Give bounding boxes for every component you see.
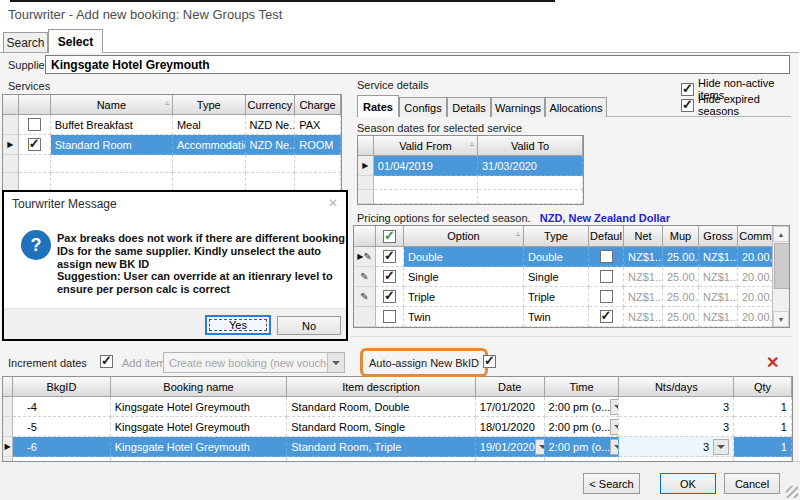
scrollbar-thumb[interactable]	[774, 243, 790, 289]
type-cell[interactable]: Triple	[524, 287, 589, 307]
item-description-cell[interactable]: Standard Room, Double	[287, 397, 476, 417]
valid-from-cell[interactable]: 01/04/2019	[374, 156, 478, 176]
bkgid-cell[interactable]: -5	[13, 417, 111, 437]
tab-select[interactable]: Select	[48, 29, 103, 53]
item-description-cell[interactable]: Standard Room, Triple	[287, 437, 476, 457]
table-row[interactable]: Buffet Breakfast Meal NZD Ne... PAX	[3, 115, 341, 135]
gross-header[interactable]: Gross	[699, 226, 738, 247]
table-row[interactable]: ✎ Triple Triple NZ$1... 25.00... NZ$1...…	[354, 287, 789, 307]
delete-icon[interactable]: ✕	[766, 353, 779, 372]
chevron-down-icon[interactable]	[535, 439, 545, 455]
qty-cell[interactable]: 1	[734, 437, 792, 457]
table-row[interactable]: ▶ -6 Kingsgate Hotel Greymouth Standard …	[3, 437, 792, 457]
mup-cell[interactable]: 25.00...	[663, 307, 699, 327]
type-cell[interactable]: Single	[524, 267, 589, 287]
service-currency-cell[interactable]: NZD Ne...	[246, 115, 296, 135]
time-cell[interactable]: 2:00 pm (o...	[545, 437, 620, 457]
table-row[interactable]: ▶ Standard Room Accommodation NZD Ne... …	[3, 135, 341, 155]
services-currency-header[interactable]: Currency	[246, 95, 296, 115]
nts-days-cell[interactable]: 3	[619, 417, 734, 437]
net-cell[interactable]: NZ$1...	[624, 287, 663, 307]
hide-expired-option[interactable]: Hide expired seasons	[681, 93, 800, 117]
price-checkbox[interactable]	[383, 290, 396, 303]
type-cell[interactable]: Twin	[524, 307, 589, 327]
service-charge-cell[interactable]: ROOM	[295, 135, 341, 155]
option-header[interactable]: Option▵	[404, 226, 524, 247]
date-header[interactable]: Date	[476, 377, 545, 397]
scroll-up-button[interactable]: ▲	[773, 226, 789, 242]
yes-button[interactable]: Yes	[205, 315, 271, 335]
service-type-cell[interactable]: Accommodation	[173, 135, 246, 155]
item-description-cell[interactable]: Standard Room, Single	[287, 417, 476, 437]
tab-rates[interactable]: Rates	[357, 95, 399, 117]
type-header[interactable]: Type	[524, 226, 589, 247]
time-cell[interactable]: 2:00 pm (o...	[545, 417, 620, 437]
services-check-header[interactable]	[19, 95, 51, 115]
gross-cell[interactable]: NZ$1...	[699, 247, 738, 267]
mup-cell[interactable]: 25.00...	[663, 287, 699, 307]
default-checkbox[interactable]	[600, 310, 613, 323]
table-row[interactable]: -5 Kingsgate Hotel Greymouth Standard Ro…	[3, 417, 792, 437]
option-cell[interactable]: Single	[404, 267, 524, 287]
close-icon[interactable]: ✕	[328, 196, 338, 210]
default-checkbox[interactable]	[600, 270, 613, 283]
tab-warnings[interactable]: Warnings	[491, 97, 545, 117]
net-cell[interactable]: NZ$1...	[624, 247, 663, 267]
net-cell[interactable]: NZ$1...	[624, 267, 663, 287]
table-row[interactable]: ✎ Single Single NZ$1... 25.00... NZ$1...…	[354, 267, 789, 287]
supplier-field[interactable]: Kingsgate Hotel Greymouth	[45, 55, 790, 74]
tab-configs[interactable]: Configs	[399, 97, 447, 117]
default-cell[interactable]	[589, 267, 624, 287]
price-checkbox[interactable]	[383, 270, 396, 283]
scroll-down-button[interactable]: ▼	[773, 311, 789, 327]
service-type-cell[interactable]: Meal	[173, 115, 246, 135]
service-charge-cell[interactable]: PAX	[295, 115, 341, 135]
item-description-header[interactable]: Item description	[287, 377, 476, 397]
services-type-header[interactable]: Type	[173, 95, 246, 115]
mup-cell[interactable]: 25.00...	[663, 247, 699, 267]
booking-name-cell[interactable]: Kingsgate Hotel Greymouth	[111, 417, 288, 437]
gross-cell[interactable]: NZ$1...	[699, 267, 738, 287]
default-checkbox[interactable]	[600, 250, 613, 263]
price-checkbox-cell[interactable]	[376, 247, 404, 267]
comm-cell[interactable]: 20.00...	[738, 307, 774, 327]
increment-dates-checkbox[interactable]	[100, 355, 113, 368]
nts-days-cell[interactable]: 3	[619, 437, 734, 457]
service-checkbox-cell[interactable]	[19, 115, 51, 135]
bkgid-cell[interactable]: -6	[13, 437, 111, 457]
booking-name-header[interactable]: Booking name	[111, 377, 288, 397]
price-checkbox-cell[interactable]	[376, 307, 404, 327]
nts-days-header[interactable]: Nts/days	[619, 377, 734, 397]
qty-cell[interactable]: 1	[734, 417, 792, 437]
valid-to-cell[interactable]: 31/03/2020	[478, 156, 583, 176]
tab-search[interactable]: Search	[3, 32, 48, 53]
bkgid-cell[interactable]: -4	[13, 397, 111, 417]
price-checkbox-cell[interactable]	[376, 267, 404, 287]
tab-details[interactable]: Details	[447, 97, 491, 117]
option-cell[interactable]: Double	[404, 247, 524, 267]
service-name-cell[interactable]: Buffet Breakfast	[51, 115, 173, 135]
nts-days-cell[interactable]: 3	[619, 397, 734, 417]
services-charge-header[interactable]: Charge	[295, 95, 341, 115]
default-cell[interactable]	[589, 307, 624, 327]
booking-name-cell[interactable]: Kingsgate Hotel Greymouth	[111, 437, 288, 457]
auto-assign-checkbox[interactable]	[483, 355, 496, 368]
gross-cell[interactable]: NZ$1...	[699, 307, 738, 327]
resize-grip[interactable]	[786, 486, 798, 498]
qty-cell[interactable]: 1	[734, 397, 792, 417]
tab-allocations[interactable]: Allocations	[545, 97, 607, 117]
gross-cell[interactable]: NZ$1...	[699, 287, 738, 307]
comm-cell[interactable]: 20.00...	[738, 247, 774, 267]
service-checkbox[interactable]	[28, 138, 41, 151]
comm-header[interactable]: Comm	[738, 226, 774, 247]
search-back-button[interactable]: < Search	[583, 473, 640, 494]
select-all-checkbox[interactable]	[383, 230, 396, 243]
net-header[interactable]: Net	[624, 226, 663, 247]
default-checkbox[interactable]	[600, 290, 613, 303]
service-name-cell[interactable]: Standard Room	[51, 135, 173, 155]
default-cell[interactable]	[589, 247, 624, 267]
ok-button[interactable]: OK	[660, 473, 716, 494]
price-checkbox[interactable]	[383, 310, 396, 323]
comm-cell[interactable]: 20.00...	[738, 287, 774, 307]
default-cell[interactable]	[589, 287, 624, 307]
